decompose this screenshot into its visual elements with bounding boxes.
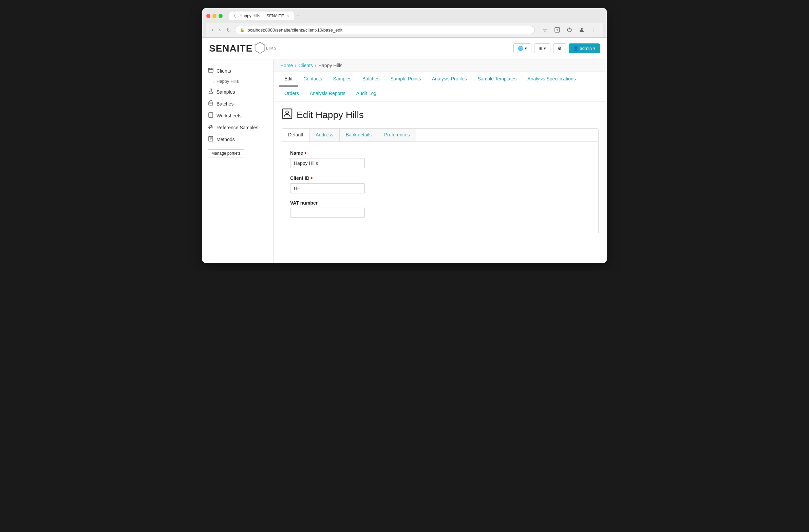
extension-button-2[interactable]: [565, 25, 574, 35]
batches-icon: [208, 100, 214, 107]
sidebar-worksheets-label: Worksheets: [217, 113, 242, 118]
sidebar-clients-label: Clients: [217, 68, 231, 74]
sidebar-item-methods[interactable]: Methods: [202, 133, 273, 145]
new-tab-button[interactable]: +: [294, 12, 303, 20]
grid-button[interactable]: ⊞ ▾: [534, 44, 550, 53]
svg-point-9: [209, 127, 210, 128]
maximize-button[interactable]: [219, 14, 223, 18]
reload-button[interactable]: ↻: [225, 26, 232, 34]
breadcrumb-sep-2: /: [315, 63, 316, 68]
name-input[interactable]: [290, 158, 365, 168]
vat-number-input[interactable]: [290, 208, 365, 218]
close-button[interactable]: [206, 14, 210, 18]
svg-point-14: [286, 111, 289, 114]
username-label: admin: [580, 46, 592, 51]
tab-analysis-reports[interactable]: Analysis Reports: [304, 87, 351, 101]
sidebar-item-worksheets[interactable]: Worksheets: [202, 109, 273, 121]
worksheets-icon: [208, 112, 214, 119]
page-title-text: Edit Happy Hills: [297, 109, 364, 120]
inner-tab-nav: Default Address Bank details Preferences: [282, 128, 599, 142]
inner-tab-default[interactable]: Default: [282, 128, 309, 141]
tab-edit[interactable]: Edit: [279, 72, 298, 87]
main-content: Home / Clients / Happy Hills Edit Contac…: [274, 59, 607, 263]
sidebar-samples-label: Samples: [217, 89, 235, 95]
user-icon: 👤: [573, 46, 579, 51]
breadcrumb-clients[interactable]: Clients: [298, 63, 313, 68]
sidebar-item-happy-hills[interactable]: › Happy Hills: [202, 77, 273, 86]
clients-icon: [208, 68, 214, 74]
header-actions: 🌐 ▾ ⊞ ▾ ⚙ 👤 admin ▾: [513, 44, 600, 53]
sidebar-batches-label: Batches: [217, 101, 234, 106]
tab-contacts[interactable]: Contacts: [298, 72, 327, 87]
client-id-input[interactable]: [290, 183, 365, 193]
vat-number-label: VAT number: [290, 200, 590, 206]
menu-button[interactable]: ⋮: [589, 25, 599, 35]
extension-button-1[interactable]: [552, 25, 562, 35]
forward-button[interactable]: ›: [218, 26, 222, 34]
page-title: Edit Happy Hills: [282, 108, 599, 121]
logo-text: SENAITE: [209, 43, 253, 54]
chevron-icon: ›: [213, 79, 214, 84]
user-menu-button[interactable]: 👤 admin ▾: [569, 44, 600, 53]
back-button[interactable]: ‹: [210, 26, 215, 34]
grid-dropdown-icon: ▾: [544, 46, 546, 51]
globe-button[interactable]: 🌐 ▾: [513, 44, 531, 53]
tab-sample-templates[interactable]: Sample Templates: [472, 72, 522, 87]
profile-icon: [579, 27, 584, 33]
tab-close-button[interactable]: ✕: [286, 14, 289, 18]
grid-icon: ⊞: [538, 46, 542, 51]
tab-orders[interactable]: Orders: [279, 87, 304, 101]
breadcrumb-home[interactable]: Home: [280, 63, 293, 68]
tab-sample-points[interactable]: Sample Points: [385, 72, 426, 87]
vat-number-field-group: VAT number: [290, 200, 590, 218]
sidebar-methods-label: Methods: [217, 137, 235, 142]
tab-audit-log[interactable]: Audit Log: [351, 87, 382, 101]
svg-point-2: [569, 31, 570, 32]
svg-rect-12: [209, 136, 210, 137]
samples-icon: [208, 89, 214, 95]
globe-dropdown-icon: ▾: [524, 46, 527, 51]
lock-icon: 🔒: [240, 28, 245, 32]
bookmark-button[interactable]: ☆: [540, 25, 550, 35]
address-bar[interactable]: 🔒 localhost:8080/senaite/clients/client-…: [235, 26, 535, 34]
settings-button[interactable]: ⚙: [553, 44, 566, 53]
url-text: localhost:8080/senaite/clients/client-10…: [247, 28, 343, 33]
svg-point-3: [581, 28, 583, 30]
svg-marker-4: [255, 42, 265, 53]
tab-batches[interactable]: Batches: [357, 72, 385, 87]
breadcrumb: Home / Clients / Happy Hills: [274, 59, 607, 72]
form-section: Name • Client ID •: [282, 142, 599, 233]
browser-tab[interactable]: ⬡ Happy Hills — SENAITE ✕: [229, 12, 294, 20]
tab-analysis-specifications[interactable]: Analysis Specifications: [522, 72, 581, 87]
user-dropdown-icon: ▾: [593, 46, 596, 51]
client-id-label: Client ID •: [290, 175, 590, 181]
name-required: •: [304, 150, 306, 156]
tab-analysis-profiles[interactable]: Analysis Profiles: [427, 72, 472, 87]
tab-samples[interactable]: Samples: [327, 72, 357, 87]
svg-rect-6: [209, 102, 213, 105]
main-tab-nav: Edit Contacts Samples Batches Sample Poi…: [274, 72, 607, 101]
manage-portlets-button[interactable]: Manage portlets: [208, 149, 244, 157]
reference-samples-icon: [208, 124, 214, 131]
app-header: SENAITE LIMS 🌐 ▾ ⊞ ▾: [202, 38, 607, 59]
inner-tab-preferences[interactable]: Preferences: [378, 128, 416, 141]
name-label: Name •: [290, 150, 590, 156]
sidebar-happy-hills-label: Happy Hills: [217, 79, 239, 84]
sidebar-item-reference-samples[interactable]: Reference Samples: [202, 121, 273, 133]
inner-tab-address[interactable]: Address: [309, 128, 339, 141]
logo-hexagon: [253, 42, 266, 55]
sidebar-item-samples[interactable]: Samples: [202, 86, 273, 98]
profile-button[interactable]: [577, 25, 586, 35]
globe-icon: 🌐: [518, 46, 523, 51]
extension-icon-1: [554, 27, 560, 33]
client-id-field-group: Client ID •: [290, 175, 590, 193]
sidebar-item-clients[interactable]: Clients: [202, 65, 273, 77]
gear-icon: ⚙: [557, 46, 562, 51]
page-body: Edit Happy Hills Default Address Bank de…: [274, 101, 607, 240]
sidebar-item-batches[interactable]: Batches: [202, 98, 273, 109]
inner-tab-bank-details[interactable]: Bank details: [340, 128, 378, 141]
sidebar: Clients › Happy Hills Samples: [202, 59, 274, 263]
extension-icon-2: [567, 27, 572, 33]
name-field-group: Name •: [290, 150, 590, 168]
minimize-button[interactable]: [212, 14, 217, 18]
